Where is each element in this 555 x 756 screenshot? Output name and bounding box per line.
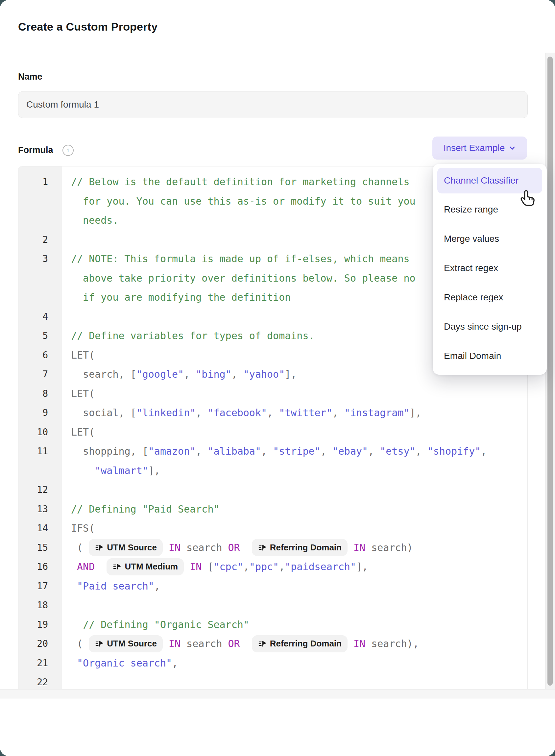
code-line[interactable]: LET( (61, 423, 527, 442)
code-row: 19 // Defining "Organic Search" (18, 615, 527, 635)
name-label: Name (18, 72, 42, 82)
insert-example-label: Insert Example (443, 143, 505, 153)
line-number: 10 (18, 423, 61, 442)
line-number: 4 (18, 307, 61, 327)
code-line[interactable]: // Defining "Paid Search" (61, 500, 527, 519)
token-chip-utm-source[interactable]: UTM Source (89, 635, 163, 652)
code-line[interactable]: social, ["linkedin", "facebook", "twitte… (61, 403, 527, 423)
code-line[interactable] (61, 596, 527, 615)
code-row: 20 ( UTM Source IN search OR Referring D… (18, 634, 527, 654)
menu-item-email-domain[interactable]: Email Domain (433, 341, 547, 370)
line-number: 13 (18, 500, 61, 519)
create-custom-property-modal: Create a Custom Property Name Formula i … (0, 0, 555, 756)
code-row: 18 (18, 596, 527, 615)
code-row: 12 (18, 480, 527, 500)
code-line[interactable] (61, 673, 527, 689)
page-title: Create a Custom Property (18, 21, 158, 33)
line-number: 21 (18, 654, 61, 673)
code-line[interactable]: IFS( (61, 519, 527, 538)
menu-item-resize-range[interactable]: Resize range (433, 195, 547, 224)
code-row: 16 AND UTM Medium IN ["cpc","ppc","paids… (18, 557, 527, 577)
line-number (18, 192, 61, 211)
token-chip-referring-domain[interactable]: Referring Domain (252, 539, 347, 556)
name-input[interactable] (18, 91, 528, 118)
property-token-icon (113, 562, 121, 571)
line-number: 14 (18, 519, 61, 538)
menu-item-replace-regex[interactable]: Replace regex (433, 283, 547, 312)
line-number: 15 (18, 538, 61, 558)
code-row: 10LET( (18, 423, 527, 442)
token-chip-label: UTM Source (107, 634, 157, 653)
token-chip-label: Referring Domain (270, 634, 342, 653)
line-number: 8 (18, 384, 61, 404)
line-number: 1 (18, 172, 61, 192)
code-line[interactable]: ( UTM Source IN search OR Referring Doma… (61, 634, 527, 654)
property-token-icon (258, 639, 267, 648)
code-line[interactable]: shopping, ["amazon", "alibaba", "stripe"… (61, 442, 527, 461)
line-number: 17 (18, 577, 61, 596)
token-chip-utm-medium[interactable]: UTM Medium (106, 558, 184, 575)
code-row: 9 social, ["linkedin", "facebook", "twit… (18, 403, 527, 423)
insert-example-button[interactable]: Insert Example (432, 136, 527, 160)
line-number: 9 (18, 403, 61, 423)
line-number: 19 (18, 615, 61, 635)
code-line[interactable]: "walmart"], (61, 461, 527, 481)
menu-item-channel-classifier[interactable]: Channel Classifier (437, 168, 542, 193)
code-line[interactable]: "Organic search", (61, 654, 527, 673)
menu-item-extract-regex[interactable]: Extract regex (433, 253, 547, 283)
info-icon[interactable]: i (62, 145, 74, 156)
scrollbar-thumb[interactable] (547, 56, 553, 686)
line-number: 12 (18, 480, 61, 500)
code-line[interactable]: // Defining "Organic Search" (61, 615, 527, 635)
line-number: 7 (18, 365, 61, 384)
code-line[interactable]: LET( (61, 384, 527, 404)
line-number (18, 461, 61, 481)
line-number (18, 288, 61, 307)
code-row: 11 shopping, ["amazon", "alibaba", "stri… (18, 442, 527, 461)
menu-item-days-since-sign-up[interactable]: Days since sign-up (433, 312, 547, 341)
token-chip-label: Referring Domain (270, 538, 342, 557)
line-number: 20 (18, 634, 61, 654)
line-number: 3 (18, 249, 61, 269)
modal-footer: Save Cancel Apply (0, 699, 555, 756)
line-number: 16 (18, 557, 61, 577)
line-number-gutter (18, 166, 61, 172)
code-line[interactable]: ( UTM Source IN search OR Referring Doma… (61, 538, 527, 558)
token-chip-label: UTM Source (107, 538, 157, 557)
line-number (18, 211, 61, 230)
code-row: 8LET( (18, 384, 527, 404)
chevron-down-icon (509, 145, 516, 152)
editor-bottom-strip (0, 689, 555, 699)
code-row: 22 (18, 673, 527, 689)
code-row: 17 "Paid search", (18, 577, 527, 596)
property-token-icon (95, 639, 103, 648)
property-token-icon (95, 543, 103, 552)
code-line[interactable]: AND UTM Medium IN ["cpc","ppc","paidsear… (61, 557, 527, 577)
code-row: 15 ( UTM Source IN search OR Referring D… (18, 538, 527, 558)
code-row: 14IFS( (18, 519, 527, 538)
line-number: 18 (18, 596, 61, 615)
code-row: 21 "Organic search", (18, 654, 527, 673)
code-line[interactable] (61, 480, 527, 500)
line-number (18, 269, 61, 288)
property-token-icon (258, 543, 267, 552)
line-number: 5 (18, 326, 61, 346)
token-chip-utm-source[interactable]: UTM Source (89, 539, 163, 556)
code-row: "walmart"], (18, 461, 527, 481)
line-number: 22 (18, 673, 61, 689)
token-chip-label: UTM Medium (125, 557, 178, 576)
line-number: 11 (18, 442, 61, 461)
token-chip-referring-domain[interactable]: Referring Domain (252, 635, 347, 652)
line-number: 6 (18, 346, 61, 365)
insert-example-menu: Channel ClassifierResize rangeMerge valu… (433, 164, 547, 375)
code-line[interactable]: "Paid search", (61, 577, 527, 596)
line-number: 2 (18, 230, 61, 250)
menu-item-merge-values[interactable]: Merge values (433, 224, 547, 253)
code-row: 13// Defining "Paid Search" (18, 500, 527, 519)
formula-label: Formula (18, 145, 53, 155)
